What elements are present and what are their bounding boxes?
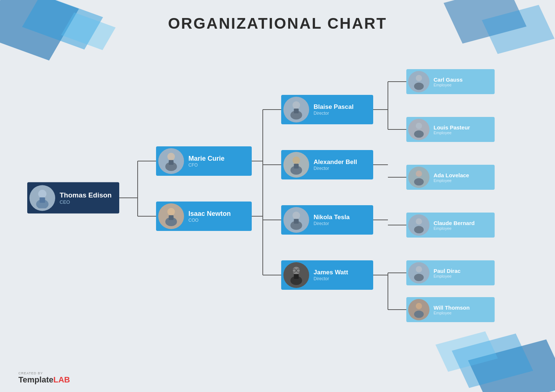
ada-avatar [408, 167, 429, 188]
svg-point-29 [167, 208, 175, 216]
blaise-node: Blaise Pascal Director [281, 95, 373, 124]
blaise-role: Director [314, 111, 354, 116]
alex-text: Alexander Bell Director [311, 158, 361, 171]
svg-rect-43 [294, 274, 298, 279]
svg-point-49 [416, 122, 422, 129]
svg-rect-25 [40, 197, 45, 203]
will-name: Will Thomson [434, 304, 470, 311]
ceo-node: Thomas Edison CEO [27, 182, 119, 214]
svg-rect-34 [294, 108, 298, 113]
isaac-role: COO [188, 218, 231, 223]
nikola-text: Nikola Tesla Director [311, 214, 353, 226]
ceo-avatar [29, 185, 55, 211]
louis-avatar [408, 119, 429, 140]
marie-avatar [158, 148, 184, 174]
isaac-node: Isaac Newton COO [156, 202, 252, 231]
svg-point-50 [414, 130, 424, 138]
james-node: James Watt Director [281, 260, 373, 290]
ada-name: Ada Lovelace [434, 172, 469, 178]
claude-role: Employee [434, 226, 475, 231]
isaac-avatar [158, 203, 184, 229]
svg-rect-37 [294, 164, 298, 168]
claude-name: Claude Bernard [434, 220, 475, 226]
paul-role: Employee [434, 274, 460, 278]
paul-avatar [408, 262, 429, 284]
will-role: Employee [434, 311, 470, 315]
alex-avatar [283, 152, 309, 178]
svg-point-55 [416, 266, 422, 272]
carl-node: Carl Gauss Employee [406, 69, 495, 94]
alex-role: Director [314, 166, 357, 171]
nikola-node: Nikola Tesla Director [281, 205, 373, 235]
svg-point-53 [416, 218, 422, 224]
blaise-avatar [283, 97, 309, 122]
footer-lab-text: LAB [53, 375, 70, 384]
svg-point-57 [416, 303, 422, 309]
louis-role: Employee [434, 131, 470, 135]
ada-text: Ada Lovelace Employee [431, 172, 473, 183]
carl-text: Carl Gauss Employee [431, 76, 466, 87]
svg-point-58 [414, 310, 424, 318]
ceo-name: Thomas Edison [60, 191, 112, 199]
ada-node: Ada Lovelace Employee [406, 165, 495, 190]
james-role: Director [314, 276, 348, 281]
nikola-name: Nikola Tesla [314, 214, 350, 221]
james-avatar [283, 262, 309, 288]
paul-node: Paul Dirac Employee [406, 260, 495, 285]
svg-rect-40 [294, 219, 298, 224]
nikola-avatar [283, 207, 309, 233]
alex-node: Alexander Bell Director [281, 150, 373, 179]
blaise-text: Blaise Pascal Director [311, 103, 357, 116]
svg-point-54 [414, 226, 424, 233]
will-text: Will Thomson Employee [431, 304, 473, 315]
chart-container: Thomas Edison CEO Marie Curie CFO [15, 40, 540, 355]
ada-role: Employee [434, 178, 469, 183]
ceo-role: CEO [60, 199, 112, 205]
svg-point-56 [414, 274, 424, 281]
isaac-name: Isaac Newton [188, 210, 231, 218]
page-title: ORGANIZATIONAL CHART [0, 15, 555, 32]
will-avatar [408, 299, 429, 320]
svg-point-48 [414, 82, 424, 90]
svg-point-23 [38, 190, 46, 198]
marie-node: Marie Curie CFO [156, 146, 252, 176]
svg-rect-31 [169, 215, 173, 220]
footer-brand: TemplateLAB [18, 375, 70, 385]
alex-name: Alexander Bell [314, 158, 357, 166]
svg-point-38 [293, 212, 300, 220]
footer-created-label: CREATED BY [18, 371, 70, 375]
svg-point-32 [293, 101, 300, 109]
louis-text: Louis Pasteur Employee [431, 124, 474, 135]
footer: CREATED BY TemplateLAB [18, 371, 70, 385]
paul-text: Paul Dirac Employee [431, 268, 464, 278]
footer-template-text: Template [18, 375, 53, 384]
carl-avatar [408, 71, 429, 92]
louis-name: Louis Pasteur [434, 124, 470, 131]
claude-node: Claude Bernard Employee [406, 213, 495, 238]
svg-point-47 [416, 75, 422, 81]
claude-avatar [408, 214, 429, 236]
james-text: James Watt Director [311, 269, 352, 281]
claude-text: Claude Bernard Employee [431, 220, 478, 231]
marie-text: Marie Curie CFO [186, 155, 228, 168]
carl-name: Carl Gauss [434, 76, 463, 83]
carl-role: Employee [434, 83, 463, 87]
marie-name: Marie Curie [188, 155, 225, 163]
svg-point-51 [416, 170, 422, 177]
marie-role: CFO [188, 163, 225, 168]
blaise-name: Blaise Pascal [314, 103, 354, 111]
chart-wrapper: Thomas Edison CEO Marie Curie CFO [16, 40, 539, 356]
will-node: Will Thomson Employee [406, 297, 495, 322]
svg-point-26 [167, 153, 175, 161]
svg-rect-28 [169, 160, 173, 165]
james-name: James Watt [314, 269, 348, 276]
isaac-text: Isaac Newton COO [186, 210, 234, 223]
louis-node: Louis Pasteur Employee [406, 117, 495, 142]
svg-point-35 [293, 157, 300, 164]
ceo-text: Thomas Edison CEO [57, 191, 115, 205]
nikola-role: Director [314, 221, 350, 226]
paul-name: Paul Dirac [434, 268, 460, 274]
svg-point-52 [414, 178, 424, 185]
